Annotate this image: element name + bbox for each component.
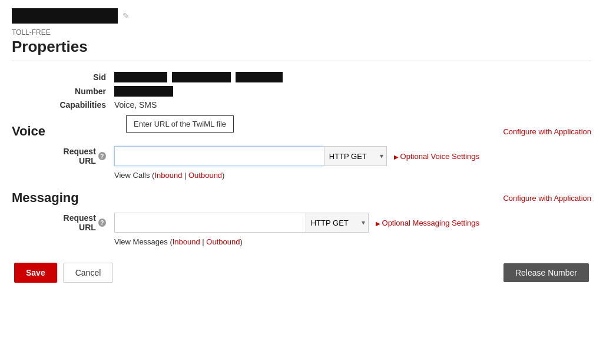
sid-block-3 bbox=[236, 72, 283, 82]
messaging-title: Messaging bbox=[12, 190, 79, 206]
voice-http-select[interactable]: HTTP GET HTTP POST bbox=[324, 146, 387, 166]
voice-request-url-row: Request URL ? Enter URL of the TwiML fil… bbox=[12, 146, 591, 166]
messaging-input-group: HTTP GET HTTP POST bbox=[114, 213, 369, 233]
voice-input-group: HTTP GET HTTP POST bbox=[114, 146, 387, 166]
messaging-request-url-row: Request URL ? HTTP GET HTTP POST Optiona… bbox=[12, 213, 591, 233]
voice-request-url-input[interactable] bbox=[114, 146, 324, 166]
voice-optional-settings-link[interactable]: Optional Voice Settings bbox=[394, 152, 479, 161]
page-container: ✎ TOLL-FREE Properties Sid Number Capabi… bbox=[0, 0, 603, 364]
voice-section-header: Voice Configure with Application bbox=[12, 124, 591, 139]
save-button[interactable]: Save bbox=[14, 263, 57, 283]
account-name-redacted bbox=[12, 8, 118, 24]
messaging-configure-link[interactable]: Configure with Application bbox=[503, 194, 591, 203]
number-label: Number bbox=[47, 87, 106, 96]
messaging-request-url-input[interactable] bbox=[114, 213, 306, 233]
messaging-outbound-link[interactable]: Outbound bbox=[206, 237, 240, 246]
sid-label: Sid bbox=[47, 72, 106, 82]
toll-free-label: TOLL-FREE bbox=[12, 28, 591, 37]
voice-title: Voice bbox=[12, 124, 45, 139]
view-messages-row: View Messages (Inbound | Outbound) bbox=[12, 237, 591, 246]
view-calls-row: View Calls (Inbound | Outbound) bbox=[12, 171, 591, 180]
buttons-left: Save Cancel bbox=[14, 263, 113, 283]
messaging-http-select-wrapper: HTTP GET HTTP POST bbox=[306, 213, 369, 233]
buttons-row: Save Cancel Release Number bbox=[12, 263, 591, 283]
properties-section: Sid Number Capabilities Voice, SMS bbox=[12, 72, 591, 110]
capabilities-row: Capabilities Voice, SMS bbox=[12, 100, 591, 110]
page-title: Properties bbox=[12, 38, 591, 56]
voice-outbound-link[interactable]: Outbound bbox=[188, 171, 222, 180]
cancel-button[interactable]: Cancel bbox=[63, 263, 114, 283]
number-row: Number bbox=[12, 86, 591, 97]
voice-http-select-wrapper: HTTP GET HTTP POST bbox=[324, 146, 387, 166]
release-number-button[interactable]: Release Number bbox=[503, 263, 589, 282]
voice-configure-link[interactable]: Configure with Application bbox=[503, 127, 591, 136]
header-area: ✎ bbox=[12, 0, 591, 27]
messaging-http-select[interactable]: HTTP GET HTTP POST bbox=[306, 213, 369, 233]
capabilities-value: Voice, SMS bbox=[114, 100, 157, 110]
messaging-inbound-link[interactable]: Inbound bbox=[173, 237, 200, 246]
sid-row: Sid bbox=[12, 72, 591, 82]
number-block bbox=[114, 86, 173, 97]
messaging-section-header: Messaging Configure with Application bbox=[12, 190, 591, 206]
header-divider bbox=[12, 61, 591, 61]
number-value bbox=[114, 86, 173, 97]
messaging-input-wrapper: HTTP GET HTTP POST Optional Messaging Se… bbox=[114, 213, 479, 233]
voice-inbound-link[interactable]: Inbound bbox=[154, 171, 182, 180]
voice-request-url-label: Request URL ? bbox=[47, 147, 106, 166]
voice-input-wrapper: Enter URL of the TwiML file HTTP GET HTT… bbox=[114, 146, 479, 166]
capabilities-label: Capabilities bbox=[47, 100, 106, 110]
sid-value bbox=[114, 72, 283, 82]
voice-help-icon[interactable]: ? bbox=[98, 152, 106, 160]
messaging-optional-settings-link[interactable]: Optional Messaging Settings bbox=[376, 219, 479, 227]
sid-block-2 bbox=[172, 72, 231, 82]
messaging-help-icon[interactable]: ? bbox=[98, 219, 106, 227]
messaging-request-url-label: Request URL ? bbox=[47, 213, 106, 232]
sid-block-1 bbox=[114, 72, 167, 82]
edit-icon[interactable]: ✎ bbox=[122, 11, 130, 21]
